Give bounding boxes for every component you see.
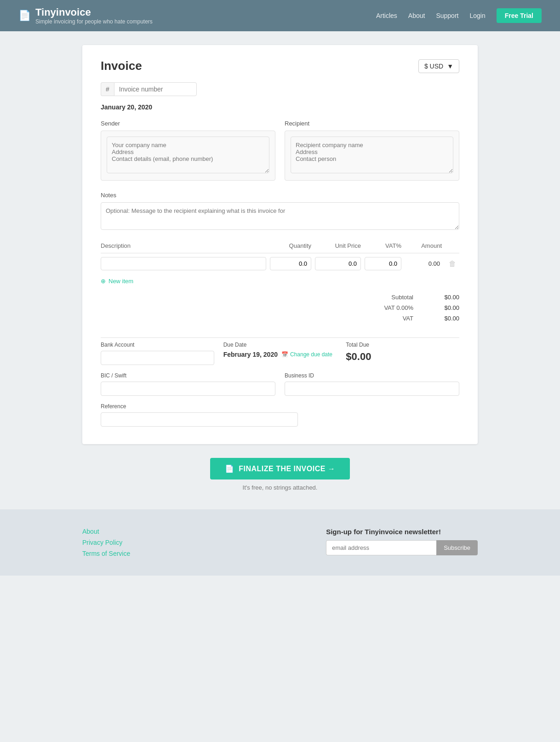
- reference-label: Reference: [101, 403, 459, 410]
- recipient-label: Recipient: [285, 120, 459, 127]
- business-id-label: Business ID: [285, 372, 459, 379]
- brand: 📄 Tinyinvoice Simple invoicing for peopl…: [18, 6, 153, 25]
- new-item-button[interactable]: ⊕ New item: [101, 278, 459, 285]
- total-due-group: Total Due $0.00: [346, 342, 459, 365]
- item-description-input[interactable]: [101, 257, 266, 270]
- table-row: 0.00 🗑: [101, 257, 459, 270]
- notes-section: Notes: [101, 192, 459, 231]
- change-due-date-link[interactable]: 📅 Change due date: [281, 351, 332, 358]
- bottom-fields: Bank Account Due Date February 19, 2020 …: [101, 342, 459, 365]
- logo-icon: 📄: [18, 10, 31, 22]
- col-quantity: Quantity: [270, 242, 311, 249]
- vat-percent-value: $0.00: [432, 304, 459, 311]
- plus-icon: ⊕: [101, 278, 106, 285]
- currency-label: $ USD: [424, 63, 443, 70]
- currency-selector[interactable]: $ USD ▼: [418, 59, 459, 73]
- footer-terms-link[interactable]: Terms of Service: [82, 550, 130, 557]
- subtotal-row: Subtotal $0.00: [367, 292, 459, 303]
- sender-label: Sender: [101, 120, 275, 127]
- newsletter-email-input[interactable]: [326, 540, 436, 555]
- nav-articles[interactable]: Articles: [376, 12, 397, 19]
- due-date-row: February 19, 2020 📅 Change due date: [223, 351, 337, 358]
- invoice-number-input[interactable]: [114, 82, 197, 96]
- recipient-box: [285, 131, 459, 181]
- change-due-date-label: Change due date: [290, 351, 332, 358]
- calendar-icon: 📅: [281, 351, 288, 358]
- vat-percent-label: VAT 0.00%: [367, 304, 413, 311]
- col-delete: [446, 242, 459, 249]
- footer: About Privacy Policy Terms of Service Si…: [0, 509, 560, 576]
- invoice-number-row: #: [101, 82, 459, 96]
- hash-symbol: #: [101, 82, 114, 96]
- total-due-label: Total Due: [346, 342, 459, 348]
- col-vat: VAT%: [365, 242, 401, 249]
- second-bottom-row: BIC / Swift Business ID: [101, 372, 459, 396]
- vat-value: $0.00: [432, 315, 459, 322]
- col-amount: Amount: [405, 242, 442, 249]
- subscribe-button[interactable]: Subscribe: [436, 540, 478, 555]
- due-date-value: February 19, 2020: [223, 351, 278, 358]
- recipient-textarea[interactable]: [291, 137, 453, 173]
- due-date-label: Due Date: [223, 342, 337, 348]
- sender-col: Sender: [101, 120, 275, 181]
- bank-account-input[interactable]: [101, 351, 214, 365]
- vat-percent-row: VAT 0.00% $0.00: [367, 303, 459, 313]
- invoice-date: January 20, 2020: [101, 103, 459, 111]
- recipient-col: Recipient: [285, 120, 459, 181]
- vat-label: VAT: [367, 315, 413, 322]
- notes-label: Notes: [101, 192, 459, 199]
- items-table: Description Quantity Unit Price VAT% Amo…: [101, 242, 459, 270]
- app-title: Tinyinvoice: [35, 6, 153, 18]
- business-id-input[interactable]: [285, 382, 459, 396]
- vat-row: VAT $0.00: [367, 313, 459, 324]
- main-nav: Articles About Support Login Free Trial: [376, 8, 542, 23]
- invoice-card: Invoice $ USD ▼ # January 20, 2020 Sende…: [82, 45, 478, 444]
- item-unit-price-input[interactable]: [315, 257, 361, 270]
- footer-privacy-link[interactable]: Privacy Policy: [82, 539, 130, 546]
- total-due-amount: $0.00: [346, 351, 459, 363]
- reference-group: Reference: [101, 403, 459, 427]
- newsletter-title: Sign-up for Tinyinvoice newsletter!: [326, 528, 478, 536]
- nav-about[interactable]: About: [408, 12, 425, 19]
- totals-section: Subtotal $0.00 VAT 0.00% $0.00 VAT $0.00: [101, 292, 459, 324]
- notes-textarea[interactable]: [101, 202, 459, 230]
- finalize-label: FINALIZE THE INVOICE →: [239, 465, 335, 473]
- footer-about-link[interactable]: About: [82, 528, 130, 535]
- newsletter-input-row: Subscribe: [326, 540, 478, 555]
- item-vat-input[interactable]: [365, 257, 401, 270]
- footer-links: About Privacy Policy Terms of Service: [82, 528, 130, 557]
- document-icon: 📄: [225, 464, 234, 473]
- finalize-note: It's free, no strings attached.: [243, 484, 318, 491]
- brand-text: Tinyinvoice Simple invoicing for people …: [35, 6, 153, 25]
- bank-account-group: Bank Account: [101, 342, 214, 365]
- app-subtitle: Simple invoicing for people who hate com…: [35, 18, 153, 25]
- divider: [101, 337, 459, 338]
- finalize-section: 📄 FINALIZE THE INVOICE → It's free, no s…: [82, 444, 478, 496]
- bic-swift-group: BIC / Swift: [101, 372, 275, 396]
- sender-textarea[interactable]: [107, 137, 269, 173]
- bic-swift-input[interactable]: [101, 382, 275, 396]
- header: 📄 Tinyinvoice Simple invoicing for peopl…: [0, 0, 560, 31]
- sender-box: [101, 131, 275, 181]
- items-header: Description Quantity Unit Price VAT% Amo…: [101, 242, 459, 253]
- new-item-label: New item: [109, 278, 133, 285]
- footer-newsletter: Sign-up for Tinyinvoice newsletter! Subs…: [326, 528, 478, 555]
- sender-recipient-row: Sender Recipient: [101, 120, 459, 181]
- nav-login[interactable]: Login: [469, 12, 485, 19]
- bank-account-label: Bank Account: [101, 342, 214, 348]
- nav-support[interactable]: Support: [436, 12, 458, 19]
- invoice-title: Invoice: [101, 59, 142, 73]
- delete-item-button[interactable]: 🗑: [446, 260, 459, 268]
- due-date-group: Due Date February 19, 2020 📅 Change due …: [223, 342, 337, 365]
- invoice-header-row: Invoice $ USD ▼: [101, 59, 459, 73]
- col-description: Description: [101, 242, 266, 249]
- reference-input[interactable]: [101, 412, 298, 427]
- subtotal-value: $0.00: [432, 294, 459, 301]
- bic-swift-label: BIC / Swift: [101, 372, 275, 379]
- chevron-down-icon: ▼: [447, 63, 453, 70]
- finalize-button[interactable]: 📄 FINALIZE THE INVOICE →: [210, 458, 350, 479]
- footer-inner: About Privacy Policy Terms of Service Si…: [82, 528, 478, 557]
- item-quantity-input[interactable]: [270, 257, 311, 270]
- free-trial-button[interactable]: Free Trial: [497, 8, 542, 23]
- item-amount: 0.00: [405, 257, 442, 270]
